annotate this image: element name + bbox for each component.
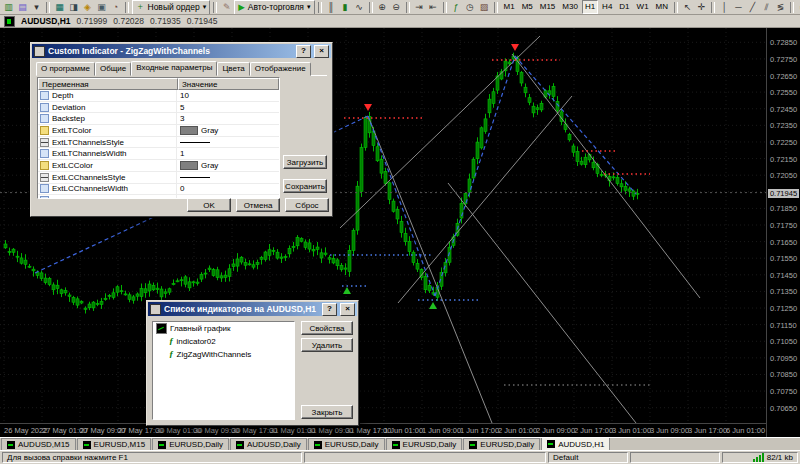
param-value[interactable]	[176, 172, 279, 183]
help-icon[interactable]: ?	[296, 45, 311, 58]
timeframe-button-m5[interactable]: M5	[519, 0, 536, 14]
chart-tab-eurusd,daily[interactable]: EURUSD,Daily	[386, 438, 463, 450]
strategy-tester-icon[interactable]: ◔	[109, 1, 122, 13]
timeframe-button-m1[interactable]: M1	[501, 0, 518, 14]
chart-tab-eurusd,daily[interactable]: EURUSD,Daily	[308, 438, 385, 450]
vertical-line-icon[interactable]: │	[718, 1, 731, 13]
dialog-tab[interactable]: О программе	[36, 62, 95, 76]
param-row-extlcchannelswidth[interactable]: ExtLCChannelsWidth0	[38, 184, 279, 196]
trendline-icon[interactable]: ╱	[746, 1, 759, 13]
profiles-icon[interactable]: ▤	[16, 1, 29, 13]
column-header-value[interactable]: Значение	[178, 78, 279, 90]
chart-shift-icon[interactable]: ⇤	[427, 1, 440, 13]
timeframe-button-h1[interactable]: H1	[582, 0, 598, 14]
market-watch-icon[interactable]: ▦	[53, 1, 66, 13]
dialog-tab[interactable]: Отображение	[250, 62, 311, 76]
close-button[interactable]: Закрыть	[301, 405, 353, 419]
close-icon[interactable]: ×	[314, 45, 329, 58]
chart-tab-audusd,m15[interactable]: AUDUSD,M15	[1, 438, 76, 450]
param-value[interactable]: 5	[176, 102, 279, 113]
timeframe-button-d1[interactable]: D1	[616, 0, 632, 14]
param-row-extlcchannelsstyle[interactable]: ExtLCChannelsStyle	[38, 172, 279, 184]
zoom-in-icon[interactable]: ⊕	[376, 1, 389, 13]
help-icon[interactable]: ?	[322, 303, 337, 316]
horizontal-line-icon[interactable]: ─	[732, 1, 745, 13]
param-value[interactable]: 10	[176, 90, 279, 101]
new-chart-icon[interactable]: ▥	[2, 1, 15, 13]
param-row-extltchannelswidth[interactable]: ExtLTChannelsWidth1	[38, 148, 279, 160]
terminal-icon[interactable]: ▣	[95, 1, 108, 13]
tree-item-indicator02[interactable]: ƒindicator02	[153, 335, 294, 348]
crosshair-icon[interactable]: ✛	[695, 1, 708, 13]
dialog-titlebar[interactable]: Список индикаторов на AUDUSD,H1 ? ×	[148, 302, 357, 316]
bar-chart-icon[interactable]: ║	[325, 1, 338, 13]
tree-item-zigzagwithchannels[interactable]: ƒZigZagWithChannels	[153, 348, 294, 361]
param-type-icon	[40, 126, 49, 135]
autotrading-button[interactable]: ▶Авто-торговля▾	[234, 0, 314, 15]
drawn-x-mark[interactable]	[527, 370, 550, 393]
navigator-icon[interactable]: ◈	[81, 1, 94, 13]
param-value[interactable]: Gray	[176, 125, 279, 136]
column-header-variable[interactable]: Переменная	[38, 78, 178, 90]
param-row-deviation[interactable]: Deviation5	[38, 102, 279, 114]
delete-button[interactable]: Удалить	[301, 338, 353, 352]
chart-tab-audusd,daily[interactable]: AUDUSD,Daily	[230, 438, 307, 450]
chart-dropdown-icon[interactable]: ▾	[30, 1, 43, 13]
save-button[interactable]: Сохранить	[283, 179, 327, 193]
metaeditor-icon[interactable]: ✎	[220, 1, 233, 13]
chart-tab-eurusd,m15[interactable]: EURUSD,M15	[77, 438, 152, 450]
line-chart-icon[interactable]: ∿	[353, 1, 366, 13]
param-value[interactable]: 0	[176, 184, 279, 195]
price-label: 0.71250	[770, 304, 797, 313]
cancel-button[interactable]: Отмена	[236, 198, 280, 212]
dialog-tab[interactable]: Общие	[95, 62, 131, 76]
chart-tab-label: EURUSD,M15	[94, 440, 146, 449]
zoom-out-icon[interactable]: ⊖	[390, 1, 403, 13]
dialog-tab[interactable]: Цвета	[217, 62, 249, 76]
new-order-button[interactable]: ＋Новый ордер▾	[132, 0, 210, 15]
timeframe-button-m30[interactable]: M30	[559, 0, 581, 14]
load-button[interactable]: Загрузить	[283, 155, 327, 169]
param-row-extltchannelsstyle[interactable]: ExtLTChannelsStyle	[38, 137, 279, 149]
reset-button[interactable]: Сброс	[285, 198, 329, 212]
chart-tab-label: EURUSD,Daily	[480, 440, 534, 449]
dropdown-caret-icon[interactable]: ▾	[203, 3, 207, 11]
param-value[interactable]	[176, 137, 279, 148]
ok-button[interactable]: OK	[187, 198, 231, 212]
status-profile[interactable]: Default	[548, 452, 628, 463]
indicators-icon[interactable]: ƒ	[450, 1, 463, 13]
param-value[interactable]: 3	[176, 113, 279, 124]
chart-tab-eurusd,daily[interactable]: EURUSD,Daily	[463, 438, 540, 450]
param-row-depth[interactable]: Depth10	[38, 90, 279, 102]
param-row-extltcolor[interactable]: ExtLTColorGray	[38, 125, 279, 137]
fibonacci-icon[interactable]: ≶	[774, 1, 787, 13]
templates-icon[interactable]: ▨	[478, 1, 491, 13]
auto-scroll-icon[interactable]: ⇥	[413, 1, 426, 13]
dialog-tab[interactable]: Входные параметры	[131, 61, 217, 76]
chart-tab-label: AUDUSD,H1	[558, 440, 604, 449]
dialog-titlebar[interactable]: Custom Indicator - ZigZagWithChannels ? …	[32, 44, 331, 58]
cursor-icon[interactable]: ↖	[681, 1, 694, 13]
timeframe-button-w1[interactable]: W1	[634, 0, 652, 14]
drawn-x-mark[interactable]	[527, 370, 550, 393]
param-row-extlccolor[interactable]: ExtLCColorGray	[38, 160, 279, 172]
param-value[interactable]: 1	[176, 148, 279, 159]
properties-button[interactable]: Свойства	[301, 321, 353, 335]
periods-icon[interactable]: ◷	[464, 1, 477, 13]
chart-tab-eurusd,daily[interactable]: EURUSD,Daily	[152, 438, 229, 450]
channel-icon[interactable]: ⫽	[760, 1, 773, 13]
close-icon[interactable]: ×	[340, 303, 355, 316]
tree-item-главный график[interactable]: Главный график	[153, 322, 294, 335]
drawn-arrow[interactable]	[640, 156, 692, 359]
timeframe-button-h4[interactable]: H4	[599, 0, 615, 14]
timeframe-button-mn[interactable]: MN	[653, 0, 671, 14]
drawn-arrowhead[interactable]	[667, 336, 680, 359]
param-row-backstep[interactable]: Backstep3	[38, 113, 279, 125]
data-window-icon[interactable]: ◨	[67, 1, 80, 13]
indicator-icon: ƒ	[169, 350, 174, 359]
dropdown-caret-icon[interactable]: ▾	[307, 3, 311, 11]
candlestick-chart-icon[interactable]: ▮	[339, 1, 352, 13]
param-value[interactable]: Gray	[176, 160, 279, 171]
chart-tab-audusd,h1[interactable]: AUDUSD,H1	[541, 437, 610, 450]
timeframe-button-m15[interactable]: M15	[537, 0, 559, 14]
